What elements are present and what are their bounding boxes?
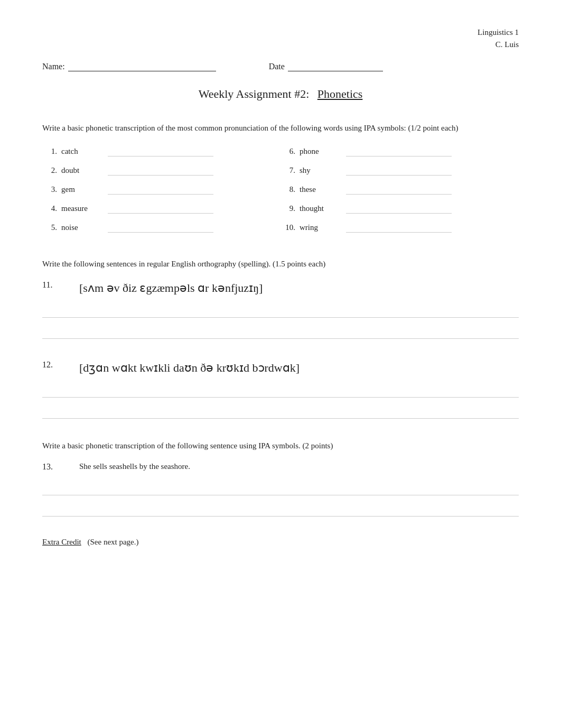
answer-line[interactable] (346, 166, 452, 176)
date-input-line[interactable] (288, 61, 383, 71)
sentence-13-block: 13. She sells seashells by the seashore. (42, 462, 519, 517)
section2-instructions: Write the following sentences in regular… (42, 258, 519, 270)
answer-line[interactable] (108, 223, 213, 233)
answer-line[interactable] (108, 204, 213, 214)
word-label: these (300, 185, 342, 194)
list-item: 5. noise (42, 223, 280, 233)
sentence-12-block: 12. [dʒɑn wɑkt kwɪkli daʊn ðə krʊkɪd bɔr… (42, 360, 519, 419)
answer-line[interactable] (108, 185, 213, 195)
list-item: 10. wring (280, 223, 519, 233)
ipa-text-12: [dʒɑn wɑkt kwɪkli daʊn ðə krʊkɪd bɔrdwɑk… (79, 360, 300, 376)
name-date-row: Name: Date (42, 61, 519, 71)
sentence-row-12: 12. [dʒɑn wɑkt kwɪkli daʊn ðə krʊkɪd bɔr… (42, 360, 519, 376)
sentence-row-13: 13. She sells seashells by the seashore. (42, 462, 519, 474)
sentence-num-13: 13. (42, 462, 69, 472)
word-number: 4. (42, 204, 57, 213)
word-label: wring (300, 223, 342, 232)
word-label: doubt (61, 166, 104, 175)
answer-line[interactable] (346, 223, 452, 233)
name-field: Name: (42, 61, 216, 71)
answer-area-11[interactable] (42, 306, 519, 318)
sentence-row-11: 11. [sʌm əv ðiz ɛgzæmpəls ɑr kənfjuzɪŋ] (42, 280, 519, 297)
answer-area-13[interactable] (42, 484, 519, 495)
date-field: Date (269, 61, 383, 71)
extra-credit-label: Extra Credit (42, 538, 81, 546)
word-label: phone (300, 147, 342, 156)
word-number: 10. (280, 223, 295, 232)
word-label: catch (61, 147, 104, 156)
answer-area-13b[interactable] (42, 505, 519, 517)
section1-instructions: Write a basic phonetic transcription of … (42, 122, 519, 134)
word-label: shy (300, 166, 342, 175)
word-list: 1. catch 2. doubt 3. gem 4. measure 5. n… (42, 147, 519, 242)
title-prefix: Weekly Assignment #2: (199, 87, 310, 100)
sentence-11-block: 11. [sʌm əv ðiz ɛgzæmpəls ɑr kənfjuzɪŋ] (42, 280, 519, 339)
word-number: 7. (280, 166, 295, 175)
list-item: 2. doubt (42, 166, 280, 176)
word-number: 5. (42, 223, 57, 232)
sentence-num-12: 12. (42, 360, 69, 370)
answer-area-12[interactable] (42, 386, 519, 398)
answer-line[interactable] (346, 204, 452, 214)
instructor-name: C. Luis (42, 39, 519, 51)
header-info: Linguistics 1 C. Luis (42, 26, 519, 50)
word-number: 3. (42, 185, 57, 194)
word-number: 2. (42, 166, 57, 175)
word-number: 8. (280, 185, 295, 194)
answer-line[interactable] (108, 147, 213, 156)
list-item: 3. gem (42, 185, 280, 195)
word-label: measure (61, 204, 104, 213)
list-item: 7. shy (280, 166, 519, 176)
name-label: Name: (42, 62, 65, 71)
extra-credit-section: Extra Credit (See next page.) (42, 538, 519, 547)
page-title: Weekly Assignment #2: Phonetics (42, 87, 519, 101)
word-number: 1. (42, 147, 57, 156)
section3-instructions: Write a basic phonetic transcription of … (42, 440, 519, 452)
extra-credit-text: (See next page.) (87, 538, 138, 546)
ipa-text-11: [sʌm əv ðiz ɛgzæmpəls ɑr kənfjuzɪŋ] (79, 280, 263, 297)
sentence-text-13: She sells seashells by the seashore. (79, 462, 190, 471)
list-item: 9. thought (280, 204, 519, 214)
word-label: gem (61, 185, 104, 194)
word-label: thought (300, 204, 342, 213)
sentence-num-11: 11. (42, 280, 69, 290)
list-item: 8. these (280, 185, 519, 195)
word-label: noise (61, 223, 104, 232)
word-column-right: 6. phone 7. shy 8. these 9. thought 10. … (280, 147, 519, 242)
title-topic: Phonetics (317, 87, 363, 100)
answer-line[interactable] (346, 147, 452, 156)
answer-line[interactable] (346, 185, 452, 195)
list-item: 6. phone (280, 147, 519, 156)
word-number: 9. (280, 204, 295, 213)
list-item: 4. measure (42, 204, 280, 214)
answer-line[interactable] (108, 166, 213, 176)
word-column-left: 1. catch 2. doubt 3. gem 4. measure 5. n… (42, 147, 280, 242)
answer-area-12b[interactable] (42, 407, 519, 419)
answer-area-11b[interactable] (42, 327, 519, 339)
word-number: 6. (280, 147, 295, 156)
date-label: Date (269, 62, 285, 71)
name-input-line[interactable] (68, 61, 216, 71)
list-item: 1. catch (42, 147, 280, 156)
course-name: Linguistics 1 (42, 26, 519, 39)
